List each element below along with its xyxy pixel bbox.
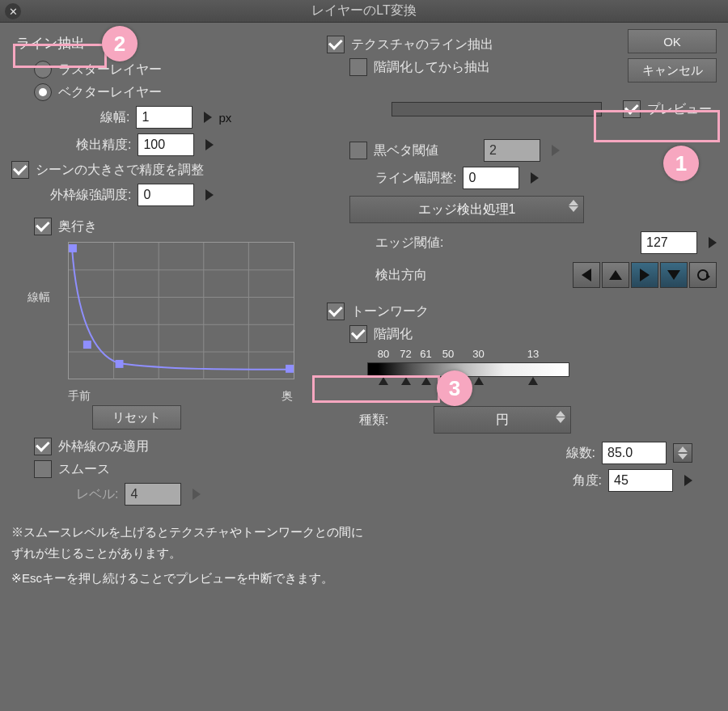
depth-check[interactable] bbox=[34, 218, 52, 235]
type-dropdown[interactable]: 円 bbox=[434, 406, 571, 434]
tone-gradient[interactable] bbox=[367, 362, 569, 377]
level-input bbox=[125, 483, 181, 506]
detect-dir-label: 検出方向 bbox=[375, 267, 427, 284]
graph-xfront: 手前 bbox=[68, 389, 91, 404]
preview-label: プレビュー bbox=[647, 101, 712, 118]
linewidth-label: 線幅: bbox=[100, 109, 129, 126]
angle-input[interactable] bbox=[608, 469, 673, 492]
angle-label: 角度: bbox=[573, 472, 602, 489]
direction-buttons bbox=[573, 262, 717, 288]
linewidth-unit: px bbox=[218, 111, 231, 125]
chevron-up-icon[interactable] bbox=[569, 200, 578, 205]
linewidth-adjust-spinner-icon[interactable] bbox=[531, 172, 539, 184]
depth-graph[interactable] bbox=[68, 242, 294, 379]
outline-intensity-label: 外枠線強調度: bbox=[50, 187, 131, 204]
graph-ylabel: 線幅 bbox=[28, 290, 50, 305]
edge-threshold-label: エッジ閾値: bbox=[375, 235, 443, 252]
arrow-left-icon bbox=[582, 269, 591, 281]
dir-up-button[interactable] bbox=[602, 262, 629, 288]
black-threshold-input bbox=[484, 139, 540, 162]
edge-process-value: エッジ検出処理1 bbox=[418, 201, 516, 218]
smooth-check[interactable] bbox=[34, 460, 52, 478]
chevron-down-icon bbox=[678, 454, 688, 459]
posterize-label: 階調化 bbox=[374, 326, 413, 343]
outline-only-label: 外枠線のみ適用 bbox=[58, 438, 149, 455]
linewidth-input[interactable] bbox=[136, 106, 193, 129]
type-value: 円 bbox=[496, 412, 509, 429]
graph-xback: 奥 bbox=[281, 389, 293, 404]
accuracy-input[interactable] bbox=[138, 133, 194, 156]
outline-only-check[interactable] bbox=[34, 438, 52, 455]
tonework-check[interactable] bbox=[327, 303, 345, 320]
adjust-scene-label: シーンの大きさで精度を調整 bbox=[36, 162, 204, 179]
dir-right-button[interactable] bbox=[631, 262, 658, 288]
footer-notes: ※スムースレベルを上げるとテクスチャやトーンワークとの間にずれが生じることがあり… bbox=[11, 522, 717, 589]
chevron-down-icon[interactable] bbox=[556, 417, 565, 423]
arrow-down-icon bbox=[667, 270, 680, 280]
arrow-right-icon bbox=[640, 269, 650, 281]
close-button[interactable]: ✕ bbox=[5, 3, 21, 19]
raster-label: ラスターレイヤー bbox=[58, 61, 162, 78]
left-panel: ライン抽出 ラスターレイヤー ベクターレイヤー 線幅: px 検出精度: bbox=[11, 31, 303, 510]
posterize-extract-check[interactable] bbox=[349, 58, 367, 76]
lines-stepper[interactable] bbox=[673, 443, 692, 463]
tone-value-labels: 80 72 61 50 30 13 bbox=[367, 348, 569, 362]
svg-rect-10 bbox=[116, 360, 124, 368]
right-panel: OK キャンセル テクスチャのライン抽出 階調化してから抽出 プレビュー 黒ベタ… bbox=[327, 31, 717, 510]
linewidth-adjust-input[interactable] bbox=[463, 167, 519, 189]
ok-button[interactable]: OK bbox=[628, 29, 717, 53]
lines-input[interactable] bbox=[602, 442, 667, 464]
black-threshold-spinner-icon bbox=[552, 145, 560, 156]
svg-rect-11 bbox=[286, 365, 294, 373]
dir-left-button[interactable] bbox=[573, 262, 600, 288]
posterize-check[interactable] bbox=[349, 325, 367, 343]
vector-label: ベクターレイヤー bbox=[58, 84, 162, 101]
tonework-label: トーンワーク bbox=[351, 303, 429, 320]
preview-slider-track[interactable] bbox=[392, 102, 602, 116]
texture-extract-label: テクスチャのライン抽出 bbox=[351, 36, 493, 53]
reset-icon bbox=[697, 269, 709, 281]
titlebar: ✕ レイヤーのLT変換 bbox=[0, 0, 728, 23]
level-label: レベル: bbox=[76, 486, 118, 503]
angle-spinner-icon[interactable] bbox=[684, 475, 692, 486]
preview-check[interactable] bbox=[623, 100, 641, 118]
texture-extract-check[interactable] bbox=[327, 36, 345, 53]
outline-intensity-spinner-icon[interactable] bbox=[205, 189, 214, 201]
black-threshold-label: 黒ベタ閾値 bbox=[374, 142, 438, 159]
accuracy-spinner-icon[interactable] bbox=[205, 139, 214, 150]
dir-reset-button[interactable] bbox=[689, 262, 717, 288]
vector-radio[interactable] bbox=[34, 83, 52, 101]
outline-intensity-input[interactable] bbox=[138, 184, 194, 206]
linewidth-spinner-icon[interactable] bbox=[204, 112, 212, 123]
adjust-scene-check[interactable] bbox=[11, 161, 29, 179]
raster-radio[interactable] bbox=[34, 61, 52, 78]
edge-process-dropdown[interactable]: エッジ検出処理1 bbox=[349, 196, 584, 223]
posterize-extract-label: 階調化してから抽出 bbox=[374, 59, 490, 76]
lines-label: 線数: bbox=[566, 445, 595, 462]
edge-threshold-spinner-icon[interactable] bbox=[709, 237, 717, 248]
svg-rect-8 bbox=[69, 244, 77, 252]
reset-button[interactable]: リセット bbox=[92, 405, 181, 430]
cancel-button[interactable]: キャンセル bbox=[628, 58, 717, 83]
line-extract-header: ライン抽出 bbox=[11, 31, 303, 56]
linewidth-adjust-label: ライン幅調整: bbox=[375, 170, 456, 187]
chevron-down-icon[interactable] bbox=[569, 206, 578, 212]
chevron-up-icon bbox=[678, 446, 688, 452]
type-label: 種類: bbox=[359, 412, 388, 429]
window-title: レイヤーのLT変換 bbox=[311, 2, 416, 19]
dir-down-button[interactable] bbox=[660, 262, 688, 288]
edge-threshold-input[interactable] bbox=[641, 231, 697, 254]
accuracy-label: 検出精度: bbox=[76, 137, 131, 154]
svg-rect-9 bbox=[83, 341, 91, 349]
black-threshold-check[interactable] bbox=[349, 142, 367, 159]
depth-label: 奥行き bbox=[58, 218, 97, 235]
arrow-up-icon bbox=[609, 270, 622, 280]
tone-handles[interactable] bbox=[367, 377, 569, 388]
chevron-up-icon[interactable] bbox=[556, 411, 565, 417]
level-spinner-icon bbox=[193, 489, 201, 500]
smooth-label: スムース bbox=[58, 461, 110, 478]
